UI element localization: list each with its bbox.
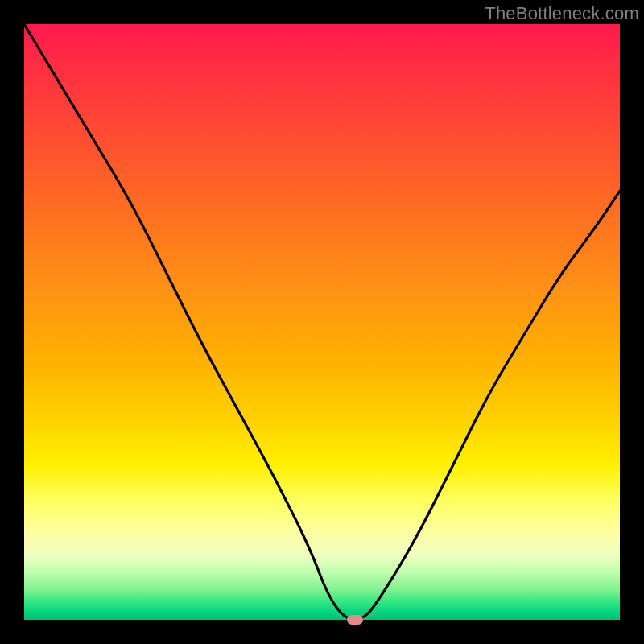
plot-area xyxy=(24,24,620,620)
bottleneck-curve xyxy=(24,24,620,620)
optimal-marker xyxy=(347,615,363,625)
attribution-text: TheBottleneck.com xyxy=(485,3,639,24)
chart-container: TheBottleneck.com xyxy=(0,0,644,644)
